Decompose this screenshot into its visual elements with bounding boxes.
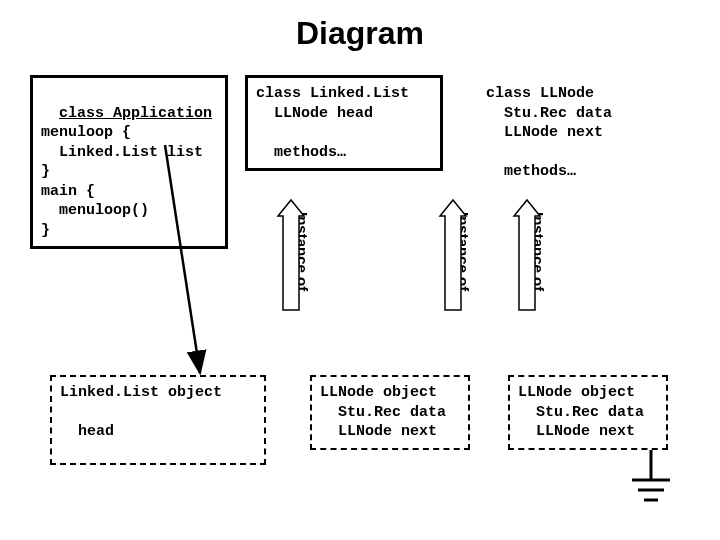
class-application-box: class Application menuloop { Linked.List… <box>30 75 228 249</box>
instance-of-label-2: Instance of <box>455 212 472 291</box>
class-linkedlist-box: class Linked.List LLNode head methods… <box>245 75 443 171</box>
llnode-object2-box: LLNode object Stu.Rec data LLNode next <box>508 375 668 450</box>
linkedlist-object-box: Linked.List object head <box>50 375 266 465</box>
llnode-object1-box: LLNode object Stu.Rec data LLNode next <box>310 375 470 450</box>
instance-of-label-3: Instance of <box>530 212 547 291</box>
class-application-body: menuloop { Linked.List list } main { men… <box>41 124 203 239</box>
class-application-header: class Application <box>59 105 212 122</box>
class-llnode-box: class LLNode Stu.Rec data LLNode next me… <box>475 75 655 191</box>
diagram-title: Diagram <box>0 0 720 52</box>
null-symbol <box>632 450 670 500</box>
instance-of-label-1: Instance of <box>294 212 311 291</box>
